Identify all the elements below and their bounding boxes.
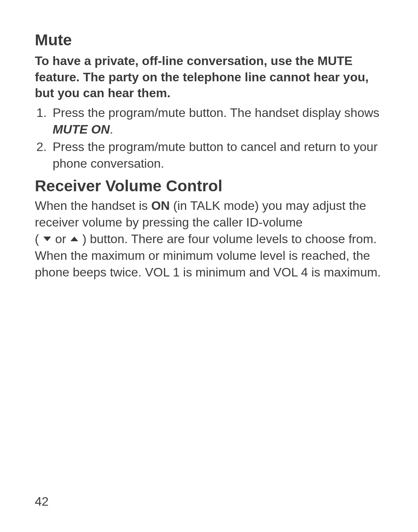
triangle-up-icon bbox=[70, 237, 78, 241]
step-text-suffix: . bbox=[110, 122, 113, 136]
volume-text-bold: ON bbox=[151, 199, 170, 213]
list-item: Press the program/mute button. The hands… bbox=[35, 105, 383, 138]
step-text-prefix: Press the program/mute button to cancel … bbox=[53, 140, 378, 170]
mute-intro-text: To have a private, off-line conversation… bbox=[35, 53, 383, 101]
volume-text-part4: ) button. There are four volume levels t… bbox=[35, 232, 381, 279]
list-item: Press the program/mute button to cancel … bbox=[35, 139, 383, 172]
volume-heading: Receiver Volume Control bbox=[35, 177, 383, 195]
mute-heading: Mute bbox=[35, 31, 383, 49]
mute-steps-list: Press the program/mute button. The hands… bbox=[35, 105, 383, 172]
step-text-prefix: Press the program/mute button. The hands… bbox=[53, 106, 379, 120]
volume-body-text: When the handset is ON (in TALK mode) yo… bbox=[35, 197, 383, 281]
volume-text-or: or bbox=[52, 232, 70, 246]
volume-text-part1: When the handset is bbox=[35, 199, 151, 213]
volume-text-part3: ( bbox=[35, 232, 43, 246]
step-text-emphasis: MUTE ON bbox=[53, 122, 110, 136]
page-number: 42 bbox=[35, 494, 49, 509]
triangle-down-icon bbox=[43, 237, 51, 241]
